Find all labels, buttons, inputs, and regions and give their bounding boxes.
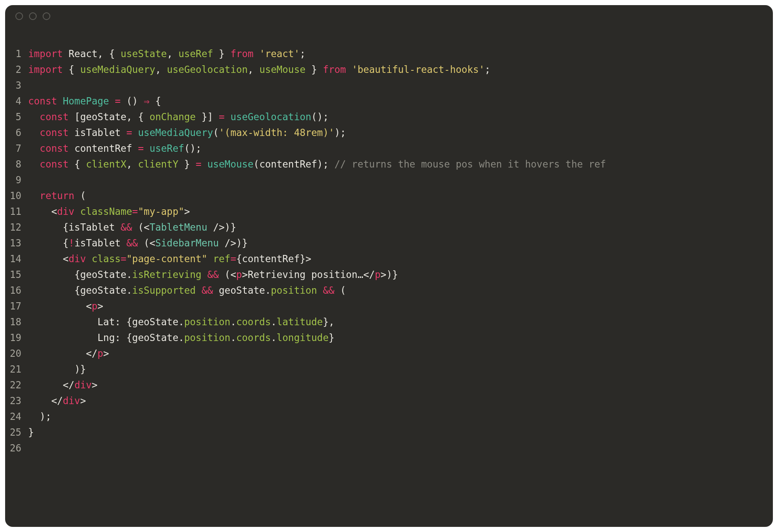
line-number: 26 [9, 440, 28, 456]
line-number: 14 [9, 251, 28, 267]
code-line[interactable]: 17 <p> [9, 298, 764, 314]
line-number: 15 [9, 267, 28, 283]
traffic-light-zoom-icon[interactable] [43, 12, 50, 20]
code-source[interactable]: {geoState.isRetrieving && (<p>Retrieving… [28, 267, 398, 283]
code-line[interactable]: 19 Lng: {geoState.position.coords.longit… [9, 330, 764, 346]
code-source[interactable]: </p> [28, 346, 109, 361]
code-source[interactable]: {!isTablet && (<SidebarMenu />)} [28, 235, 248, 251]
code-source[interactable]: const [geoState, { onChange }] = useGeol… [28, 109, 328, 125]
code-line[interactable]: 20 </p> [9, 346, 764, 361]
line-number: 13 [9, 235, 28, 251]
line-number: 11 [9, 204, 28, 220]
line-number: 25 [9, 425, 28, 440]
code-source[interactable]: const contentRef = useRef(); [28, 141, 201, 156]
line-number: 1 [9, 46, 28, 62]
code-source[interactable]: ); [28, 409, 51, 425]
code-line[interactable]: 12 {isTablet && (<TabletMenu />)} [9, 220, 764, 235]
code-source[interactable]: <div className="my-app"> [28, 204, 190, 220]
line-number: 7 [9, 141, 28, 156]
traffic-light-close-icon[interactable] [15, 12, 23, 20]
code-source[interactable]: const { clientX, clientY } = useMouse(co… [28, 156, 606, 172]
code-line[interactable]: 4const HomePage = () ⇒ { [9, 93, 764, 109]
code-line[interactable]: 16 {geoState.isSupported && geoState.pos… [9, 283, 764, 298]
code-source[interactable]: Lat: {geoState.position.coords.latitude}… [28, 314, 334, 330]
code-source[interactable]: {isTablet && (<TabletMenu />)} [28, 220, 236, 235]
code-source[interactable]: </div> [28, 377, 98, 393]
traffic-light-minimize-icon[interactable] [29, 12, 37, 20]
code-line[interactable]: 3 [9, 78, 764, 93]
line-number: 8 [9, 156, 28, 172]
code-source[interactable]: <div class="page-content" ref={contentRe… [28, 251, 311, 267]
code-line[interactable]: 15 {geoState.isRetrieving && (<p>Retriev… [9, 267, 764, 283]
code-line[interactable]: 1import React, { useState, useRef } from… [9, 46, 764, 62]
code-line[interactable]: 23 </div> [9, 393, 764, 409]
code-line[interactable]: 18 Lat: {geoState.position.coords.latitu… [9, 314, 764, 330]
code-source[interactable]: import React, { useState, useRef } from … [28, 46, 305, 62]
code-line[interactable]: 24 ); [9, 409, 764, 425]
line-number: 17 [9, 298, 28, 314]
code-line[interactable]: 9 [9, 172, 764, 188]
line-number: 20 [9, 346, 28, 361]
code-line[interactable]: 25} [9, 425, 764, 440]
code-source[interactable]: Lng: {geoState.position.coords.longitude… [28, 330, 334, 346]
code-line[interactable]: 7 const contentRef = useRef(); [9, 141, 764, 156]
line-number: 23 [9, 393, 28, 409]
line-number: 10 [9, 188, 28, 204]
code-source[interactable]: </div> [28, 393, 86, 409]
code-line[interactable]: 6 const isTablet = useMediaQuery('(max-w… [9, 125, 764, 141]
code-source[interactable]: const HomePage = () ⇒ { [28, 93, 161, 109]
code-source[interactable]: return ( [28, 188, 86, 204]
code-source[interactable]: } [28, 425, 34, 440]
code-line[interactable]: 13 {!isTablet && (<SidebarMenu />)} [9, 235, 764, 251]
code-line[interactable]: 21 )} [9, 361, 764, 377]
line-number: 24 [9, 409, 28, 425]
line-number: 22 [9, 377, 28, 393]
line-number: 12 [9, 220, 28, 235]
code-source[interactable]: const isTablet = useMediaQuery('(max-wid… [28, 125, 346, 141]
code-line[interactable]: 26 [9, 440, 764, 456]
line-number: 9 [9, 172, 28, 188]
line-number: 18 [9, 314, 28, 330]
code-source[interactable]: <p> [28, 298, 103, 314]
line-number: 4 [9, 93, 28, 109]
code-line[interactable]: 2import { useMediaQuery, useGeolocation,… [9, 62, 764, 78]
code-line[interactable]: 14 <div class="page-content" ref={conten… [9, 251, 764, 267]
editor-window: 1import React, { useState, useRef } from… [5, 5, 773, 527]
line-number: 19 [9, 330, 28, 346]
code-line[interactable]: 22 </div> [9, 377, 764, 393]
line-number: 5 [9, 109, 28, 125]
code-source[interactable]: import { useMediaQuery, useGeolocation, … [28, 62, 491, 78]
code-source[interactable]: )} [28, 361, 86, 377]
line-number: 6 [9, 125, 28, 141]
line-number: 3 [9, 78, 28, 93]
code-editor[interactable]: 1import React, { useState, useRef } from… [5, 27, 773, 465]
titlebar [5, 5, 773, 27]
line-number: 16 [9, 283, 28, 298]
code-line[interactable]: 10 return ( [9, 188, 764, 204]
line-number: 21 [9, 361, 28, 377]
code-line[interactable]: 8 const { clientX, clientY } = useMouse(… [9, 156, 764, 172]
code-source[interactable]: {geoState.isSupported && geoState.positi… [28, 283, 346, 298]
line-number: 2 [9, 62, 28, 78]
code-line[interactable]: 11 <div className="my-app"> [9, 204, 764, 220]
code-line[interactable]: 5 const [geoState, { onChange }] = useGe… [9, 109, 764, 125]
